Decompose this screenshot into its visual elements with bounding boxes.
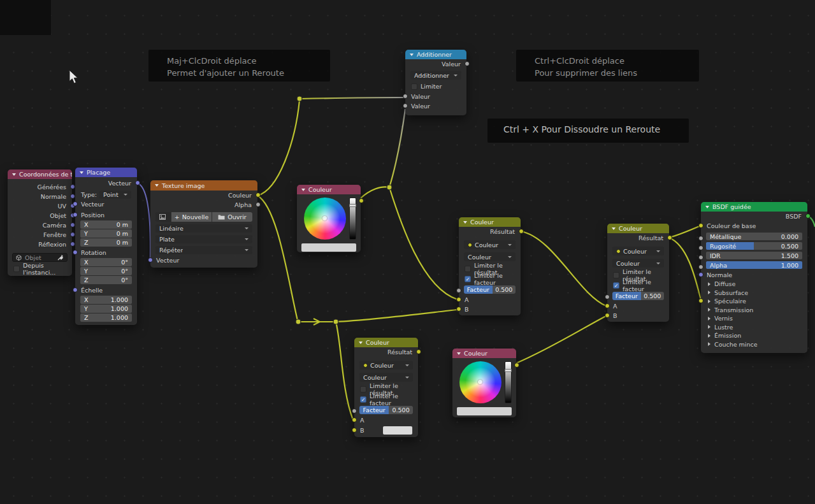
socket-normal[interactable] [698,272,703,277]
node-mix-color-2[interactable]: Couleur Résultat Couleur Couleur Limiter… [607,224,669,322]
math-operation-dropdown[interactable]: Additionner [410,71,461,80]
socket-b-in[interactable] [352,428,357,433]
node-header[interactable]: Texture image [150,180,257,191]
socket-b-in[interactable] [605,313,610,318]
alpha-slider[interactable]: Alpha1.000 [706,261,802,269]
node-header[interactable]: Couleur [452,349,516,358]
clamp-result-checkbox[interactable] [360,386,366,392]
factor-slider[interactable]: Facteur 0.500 [464,285,516,294]
reroute-node-1[interactable] [297,96,302,101]
clamp-result-checkbox[interactable] [613,272,619,278]
projection-dropdown[interactable]: Plate [155,235,252,243]
color-wheel[interactable] [304,198,346,240]
socket-b-in[interactable] [456,306,461,312]
color-swatch[interactable] [301,243,356,252]
socket-factor-in[interactable] [456,288,461,293]
socket-base-color[interactable] [698,223,703,228]
socket-roughness[interactable] [698,245,703,250]
socket-color-out[interactable] [514,363,519,368]
value-slider-handle[interactable] [349,204,356,207]
node-math-add[interactable]: Additionner Valeur Additionner Limiter V… [405,50,466,115]
b-color-swatch[interactable] [383,426,412,435]
color-wheel[interactable] [459,361,501,403]
socket-rotation[interactable] [73,250,78,255]
clamp-factor-checkbox[interactable]: ✓ [613,282,619,289]
object-selector-field[interactable]: Objet [12,253,68,262]
new-image-button[interactable]: + Nouvelle [171,212,212,222]
color-wheel-cursor[interactable] [322,216,327,220]
socket-color-out[interactable] [256,192,261,198]
value-field[interactable]: Y1.000 [80,305,132,313]
socket-ior[interactable] [698,255,703,260]
section-diffuse[interactable]: Diffuse [701,280,807,289]
collapse-chevron-icon[interactable] [463,221,467,224]
mix-datatype-dropdown[interactable]: Couleur [359,361,413,370]
node-header[interactable]: Coordonnées de te... [8,169,72,179]
node-header[interactable]: Additionner [405,50,466,59]
collapse-chevron-icon[interactable] [155,184,159,187]
node-mix-color-3[interactable]: Couleur Résultat Couleur Couleur Limiter… [354,338,418,437]
value-field[interactable]: Z0° [80,276,132,284]
clamp-checkbox[interactable] [411,83,417,90]
collapse-chevron-icon[interactable] [410,54,414,56]
socket-generated[interactable] [70,184,75,189]
section-emission[interactable]: Émission [701,331,807,340]
socket-scale[interactable] [73,287,78,292]
mix-blendmode-dropdown[interactable]: Couleur [612,259,664,268]
section-sheen[interactable]: Lustre [701,323,807,332]
reroute-node-3[interactable] [333,319,338,324]
collapse-chevron-icon[interactable] [12,173,16,176]
socket-value-in-1[interactable] [403,94,408,99]
section-transmission[interactable]: Transmission [701,306,807,315]
node-header[interactable]: Couleur [459,217,521,227]
socket-factor-in[interactable] [605,294,610,299]
node-image-texture[interactable]: Texture image Couleur Alpha + Nouvelle O… [150,180,257,268]
socket-value-in-2[interactable] [403,103,408,108]
socket-result-out[interactable] [519,229,524,234]
node-header[interactable]: Placage [75,168,137,177]
mix-datatype-dropdown[interactable]: Couleur [612,247,664,256]
socket-vector-in[interactable] [73,201,78,206]
mix-blendmode-dropdown[interactable]: Couleur [464,252,516,261]
node-header[interactable]: Couleur [354,338,418,347]
value-field[interactable]: Y0 m [80,229,132,238]
color-wheel-cursor[interactable] [478,380,482,384]
node-texture-coordinate[interactable]: Coordonnées de te... Générées Normale UV… [8,169,72,276]
socket-normal[interactable] [70,194,75,199]
section-specular[interactable]: Spéculaire [701,297,807,306]
value-slider[interactable] [349,198,356,240]
socket-position[interactable] [73,212,78,217]
image-browser-button[interactable] [155,212,171,222]
section-thin-film[interactable]: Couche mince [701,340,807,349]
collapse-chevron-icon[interactable] [359,342,363,344]
socket-a-in[interactable] [605,303,610,308]
mix-blendmode-dropdown[interactable]: Couleur [359,373,413,382]
socket-specular[interactable] [698,298,703,303]
value-field[interactable]: Z0 m [80,238,132,247]
reroute-node-4[interactable] [387,185,392,190]
socket-color-out[interactable] [359,198,364,203]
socket-alpha-out[interactable] [256,202,261,207]
collapse-chevron-icon[interactable] [457,352,461,355]
socket-window[interactable] [70,232,75,237]
socket-value-out[interactable] [465,61,470,66]
socket-alpha[interactable] [698,264,703,270]
socket-vector-in[interactable] [148,257,153,263]
reroute-node-2[interactable] [296,319,301,324]
value-field[interactable]: Z1.000 [80,313,132,322]
mapping-type-dropdown[interactable]: Point [99,191,131,199]
metallic-slider[interactable]: Métallique0.000 [706,233,802,240]
mix-datatype-dropdown[interactable]: Couleur [464,240,516,249]
open-image-button[interactable]: Ouvrir [212,212,252,222]
socket-metallic[interactable] [698,236,703,241]
node-mix-color-1[interactable]: Couleur Résultat Couleur Couleur Limiter… [459,217,521,315]
node-rgb-1[interactable]: Couleur [297,185,361,252]
socket-bsdf-out[interactable] [805,213,811,219]
clamp-factor-checkbox[interactable]: ✓ [360,396,366,403]
socket-result-out[interactable] [667,235,672,240]
collapse-chevron-icon[interactable] [612,227,616,230]
socket-vector-out[interactable] [135,180,140,185]
socket-reflection[interactable] [70,241,75,247]
value-field[interactable]: X1.000 [80,296,132,304]
factor-slider[interactable]: Facteur 0.500 [612,292,664,300]
